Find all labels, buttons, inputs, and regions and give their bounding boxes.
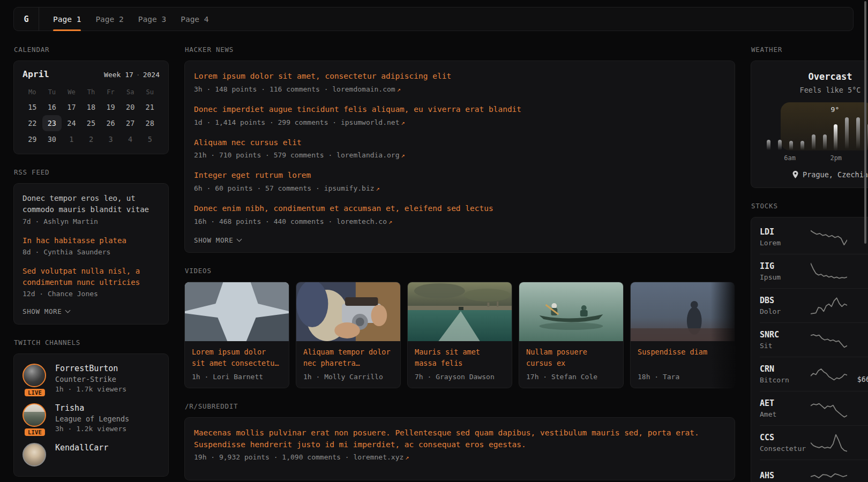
- stock-name: Lorem: [760, 239, 810, 247]
- rss-section-title: RSS FEED: [14, 168, 169, 176]
- tab-page-3[interactable]: Page 3: [138, 7, 166, 31]
- weather-hourly-chart: 9°: [767, 102, 868, 150]
- stock-change: +2.84%: [847, 261, 868, 270]
- meta-text: 6h · 60 points · 57 comments · ipsumify.…: [194, 184, 375, 192]
- video-thumbnail: [185, 282, 289, 341]
- rss-item-title[interactable]: In hac habitasse platea: [23, 235, 160, 246]
- stock-row[interactable]: CRN Bitcorn -1.00% $66,171.48: [760, 357, 868, 391]
- stock-symbol: SNRC: [760, 330, 810, 340]
- calendar-day: 5: [140, 131, 160, 147]
- weather-bar: [856, 117, 860, 150]
- video-title[interactable]: Mauris sit amet massa felis: [415, 347, 505, 370]
- video-title[interactable]: Suspendisse diam: [638, 347, 728, 370]
- video-title[interactable]: Nullam posuere cursus ex: [526, 347, 616, 370]
- calendar-day: 25: [81, 115, 101, 131]
- video-meta: 1h · Lori Barnett: [192, 373, 282, 381]
- sparkline-chart: [811, 466, 847, 482]
- stock-name: Bitcorn: [760, 376, 810, 384]
- stock-row[interactable]: LDI Lorem +4.35% $795.18: [760, 220, 868, 254]
- twitch-channel-name[interactable]: Trisha: [55, 403, 129, 413]
- calendar-day: 16: [42, 99, 62, 115]
- weather-bar: [789, 141, 793, 150]
- rss-show-more-button[interactable]: SHOW MORE: [23, 307, 160, 315]
- stock-change: +0.51%: [847, 433, 868, 441]
- stock-row[interactable]: DBS Dolor +1.42% $156.28: [760, 288, 868, 322]
- calendar-day: 30: [42, 131, 62, 147]
- video-thumbnail: [296, 282, 400, 341]
- video-title[interactable]: Aliquam tempor dolor nec pharetra…: [303, 347, 393, 370]
- stock-identity: CRN Bitcorn: [760, 364, 810, 384]
- calendar-day: 3: [101, 131, 121, 147]
- stock-identity: CCS Consectetur: [760, 433, 810, 453]
- video-card[interactable]: Mauris sit amet massa felis 7h · Grayson…: [407, 282, 512, 388]
- rss-item-title[interactable]: Sed volutpat nulla nisl, a condimentum n…: [23, 266, 160, 289]
- hackernews-item-title[interactable]: Integer eget rutrum lorem: [194, 170, 725, 182]
- twitch-channel-meta: 1h · 1.7k viewers: [55, 385, 126, 393]
- stock-row[interactable]: CCS Consectetur +0.51% $165.84: [760, 425, 868, 460]
- scrollbar[interactable]: [864, 1, 866, 244]
- twitch-channel-row[interactable]: KendallCarr: [23, 443, 160, 466]
- video-card[interactable]: Lorem ipsum dolor sit amet consectetu… 1…: [184, 282, 289, 388]
- stock-sparkline: [810, 398, 847, 418]
- video-card[interactable]: Aliquam tempor dolor nec pharetra… 1h · …: [296, 282, 401, 388]
- stock-row[interactable]: SNRC Sit +1.36% $148.64: [760, 322, 868, 357]
- calendar-day: 15: [23, 99, 42, 115]
- logo-letter: G: [24, 14, 28, 24]
- stock-price: $499.72: [847, 409, 868, 418]
- stock-row[interactable]: IIG Ipsum +2.84% $42.04: [760, 254, 868, 288]
- twitch-channel-row[interactable]: LIVE Trisha League of Legends 3h · 1.2k …: [23, 403, 160, 433]
- videos-row: Lorem ipsum dolor sit amet consectetu… 1…: [184, 282, 735, 388]
- calendar-day: 4: [121, 131, 140, 147]
- calendar-day: 24: [62, 115, 81, 131]
- twitch-channel-category: Counter-Strike: [55, 375, 126, 383]
- twitch-channel-info: KendallCarr: [55, 443, 108, 466]
- stock-identity: SNRC Sit: [760, 330, 810, 350]
- stock-values: +1.36% $148.64: [847, 330, 868, 349]
- stock-row[interactable]: AET Amet +0.92% $499.72: [760, 391, 868, 425]
- weekday-label: Sa: [121, 84, 140, 99]
- calendar-day: 29: [23, 131, 42, 147]
- hackernews-show-more-button[interactable]: SHOW MORE: [194, 236, 725, 244]
- external-link-icon: ↗: [397, 86, 401, 93]
- top-navigation-bar: G Page 1 Page 2 Page 3 Page 4: [13, 7, 854, 31]
- stock-row[interactable]: AHS +0.46%: [760, 460, 868, 482]
- video-card[interactable]: Nullam posuere cursus ex 17h · Stefan Co…: [519, 282, 624, 388]
- external-link-icon: ↗: [401, 152, 405, 159]
- hackernews-item-title[interactable]: Donec imperdiet augue tincidunt felis al…: [194, 104, 725, 116]
- tab-page-4[interactable]: Page 4: [181, 7, 208, 31]
- video-thumbnail: [519, 282, 623, 341]
- app-logo[interactable]: G: [14, 7, 39, 31]
- tab-page-1[interactable]: Page 1: [53, 7, 81, 31]
- weather-bar: [800, 141, 804, 150]
- video-card[interactable]: Suspendisse diam 18h · Tara: [630, 282, 735, 388]
- video-thumbnail: [631, 282, 735, 341]
- calendar-day: 21: [140, 99, 160, 115]
- hackernews-item-title[interactable]: Aliquam nec cursus elit: [194, 137, 725, 149]
- stock-identity: AHS: [760, 471, 810, 482]
- twitch-channel-row[interactable]: LIVE ForrestBurton Counter-Strike 1h · 1…: [23, 364, 160, 393]
- calendar-grid: Mo Tu We Th Fr Sa Su 15 16 17 18 19: [23, 84, 160, 147]
- hackernews-item-title[interactable]: Lorem ipsum dolor sit amet, consectetur …: [194, 71, 725, 82]
- rss-item: Donec tempor eros leo, ut commodo mauris…: [23, 193, 160, 225]
- hackernews-item-title[interactable]: Donec enim nibh, condimentum et accumsan…: [194, 203, 725, 215]
- stock-sparkline: [810, 227, 847, 247]
- video-title[interactable]: Lorem ipsum dolor sit amet consectetu…: [192, 347, 282, 370]
- twitch-channel-name[interactable]: ForrestBurton: [55, 364, 126, 373]
- left-column: CALENDAR April Week 17·2024 Mo Tu We: [13, 46, 169, 482]
- calendar-month: April: [23, 69, 49, 79]
- time-label: 6am: [784, 154, 796, 162]
- sparkline-chart: [811, 329, 847, 350]
- calendar-day: 19: [101, 99, 121, 115]
- stock-symbol: CCS: [760, 433, 810, 442]
- subreddit-post-title[interactable]: Maecenas mollis pulvinar erat non posuer…: [194, 427, 725, 451]
- rss-item-title[interactable]: Donec tempor eros leo, ut commodo mauris…: [23, 193, 160, 216]
- twitch-channel-name[interactable]: KendallCarr: [55, 443, 108, 453]
- calendar-day: 26: [101, 115, 121, 131]
- weather-bar: [812, 134, 815, 150]
- sparkline-chart: [811, 227, 847, 247]
- hackernews-item-meta: 16h · 468 points · 440 comments · loremt…: [194, 217, 725, 225]
- stock-symbol: IIG: [760, 261, 810, 271]
- tab-page-2[interactable]: Page 2: [95, 7, 123, 31]
- live-badge: LIVE: [25, 389, 45, 396]
- stock-values: +0.92% $499.72: [847, 398, 868, 418]
